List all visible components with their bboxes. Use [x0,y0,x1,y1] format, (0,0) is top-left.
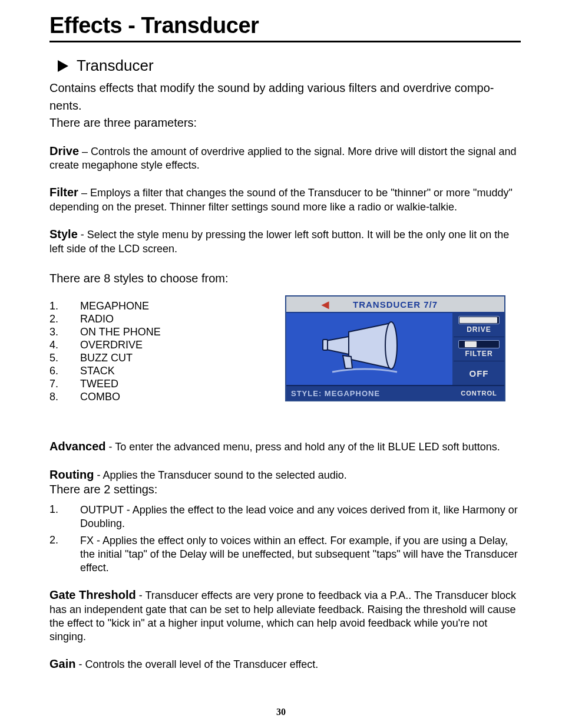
svg-marker-0 [58,60,68,72]
page-title: Effects - Transducer [49,13,521,38]
gain-sep: - [75,658,85,670]
list-item: 4.OVERDRIVE [49,339,262,351]
lcd-main: DRIVE FILTER OFF [286,313,504,385]
lcd-screenshot: ◀ TRANSDUCER 7/7 [285,295,505,401]
lcd-footer-left: STYLE: MEGAPHONE [286,389,454,398]
routing-label: Routing [49,468,94,481]
param-filter: Filter – Employs a filter that changes t… [49,185,521,214]
intro-line-2: nents. [49,98,521,114]
gate-label: Gate Threshold [49,588,136,601]
section-heading: Transducer [77,57,154,75]
style-sep: - [78,229,87,241]
param-style: Style - Select the style menu by pressin… [49,227,521,256]
filter-bar-icon [458,340,500,348]
svg-rect-4 [323,340,328,350]
lcd-footer: STYLE: MEGAPHONE CONTROL [286,385,504,400]
lcd-side-drive: DRIVE [454,313,504,337]
lcd-off-label: OFF [470,368,489,378]
lcd-titlebar: ◀ TRANSDUCER 7/7 [286,297,504,313]
lcd-title: TRANSDUCER 7/7 [353,299,438,309]
drive-label: Drive [49,144,79,157]
intro-line-1: Contains effects that modify the sound b… [49,81,521,96]
drive-text: Controls the amount of overdrive applied… [49,146,516,172]
style-text: Select the style menu by pressing the lo… [49,229,509,255]
param-advanced: Advanced - To enter the advanced menu, p… [49,439,521,454]
list-item: 1.MEGAPHONE [49,300,262,312]
lcd-side-filter: FILTER [454,337,504,361]
lcd-col: ◀ TRANSDUCER 7/7 [285,295,521,401]
filter-sep: – [78,187,90,199]
styles-intro: There are 8 styles to choose from: [49,271,521,286]
drive-sep: – [79,146,91,157]
svg-point-3 [385,322,397,369]
title-rule [49,41,521,42]
list-item: 2.FX - Applies the effect only to voices… [49,534,521,575]
arrow-left-icon: ◀ [322,299,329,310]
advanced-text: To enter the advanced menu, press and ho… [115,441,500,453]
advanced-label: Advanced [49,440,106,453]
param-drive: Drive – Controls the amount of overdrive… [49,144,521,173]
list-item: 3.ON THE PHONE [49,326,262,338]
param-routing: Routing - Applies the Transducer sound t… [49,467,521,575]
styles-and-lcd-row: 1.MEGAPHONE 2.RADIO 3.ON THE PHONE 4.OVE… [49,295,521,404]
gate-sep: - [136,589,146,601]
page-number: 30 [0,707,562,717]
advanced-sep: - [106,441,115,453]
param-gate: Gate Threshold - Transducer effects are … [49,588,521,644]
lcd-side: DRIVE FILTER OFF [454,313,504,385]
list-item: 2.RADIO [49,313,262,325]
document-page: Effects - Transducer Transducer Contains… [0,0,562,728]
gain-label: Gain [49,657,75,670]
triangle-right-icon [58,60,68,72]
styles-list-col: 1.MEGAPHONE 2.RADIO 3.ON THE PHONE 4.OVE… [49,295,262,404]
param-gain: Gain - Controls the overall level of the… [49,657,521,672]
drive-bar-icon [458,316,500,324]
routing-list: 1.OUTPUT - Applies the effect to the lea… [49,503,521,575]
section-heading-row: Transducer [58,57,521,75]
lcd-footer-right: CONTROL [454,390,504,397]
styles-list: 1.MEGAPHONE 2.RADIO 3.ON THE PHONE 4.OVE… [49,300,262,403]
svg-marker-1 [326,337,349,354]
routing-text: Applies the Transducer sound to the sele… [103,469,347,481]
routing-sep: - [94,469,103,481]
list-item: 7.TWEED [49,378,262,390]
gain-text: Controls the overall level of the Transd… [85,658,318,670]
intro-line-3: There are three parameters: [49,116,521,131]
list-item: 1.OUTPUT - Applies the effect to the lea… [49,503,521,531]
list-item: 6.STACK [49,365,262,377]
lcd-canvas [286,313,454,385]
megaphone-icon [320,320,409,379]
style-label: Style [49,228,78,241]
routing-sub: There are 2 settings: [49,482,521,498]
list-item: 5.BUZZ CUT [49,352,262,364]
list-item: 8.COMBO [49,391,262,403]
filter-text: Employs a filter that changes the sound … [49,187,513,213]
filter-label: Filter [49,186,78,199]
lcd-side-control: OFF [454,361,504,385]
